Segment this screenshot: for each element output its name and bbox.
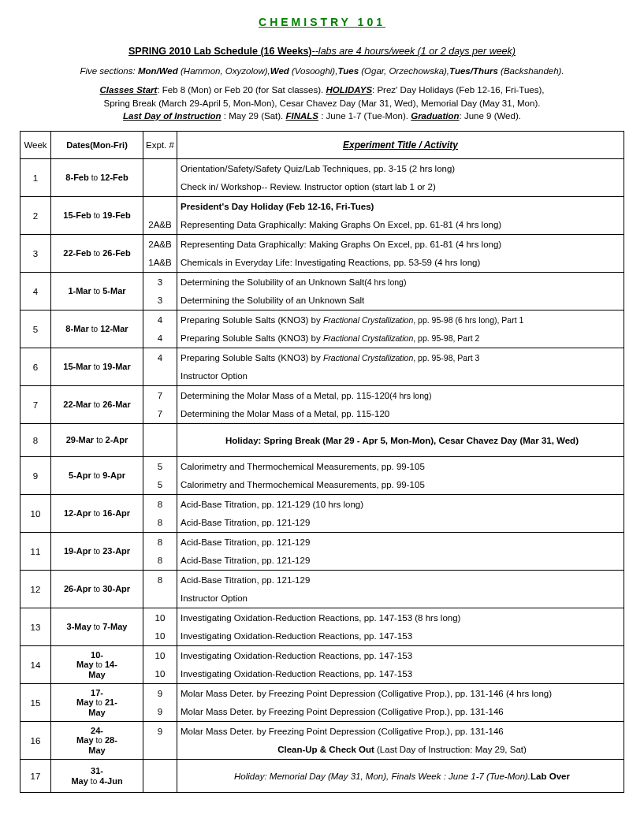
- activity-cell: President's Day Holiday (Feb 12-16, Fri-…: [177, 197, 624, 216]
- finals-text: : June 1-7 (Tue-Mon).: [318, 111, 411, 121]
- activity-text: Instructor Option: [181, 371, 248, 381]
- activity-cell: Check in/ Workshop-- Review. Instructor …: [177, 178, 624, 197]
- expt-cell: 5: [143, 476, 177, 495]
- activity-cell: Clean-Up & Check Out (Last Day of Instru…: [177, 741, 624, 760]
- activity-cell: Acid-Base Titration, pp. 121-129 (10 hrs…: [177, 495, 624, 514]
- activity-cell: Preparing Soluble Salts (KNO3) by Fracti…: [177, 329, 624, 348]
- week-cell: 17: [20, 760, 51, 793]
- holiday-text: Holiday: Spring Break (Mar 29 - Apr 5, M…: [181, 436, 624, 445]
- expt-cell: [143, 178, 177, 197]
- activity-cell: Investigating Oxidation-Reduction Reacti…: [177, 608, 624, 627]
- expt-cell: 1A&B: [143, 254, 177, 273]
- expt-cell: 5: [143, 457, 177, 476]
- activity-text: Investigating Oxidation-Reduction Reacti…: [181, 669, 412, 679]
- activity-text: Acid-Base Titration, pp. 121-129: [181, 537, 310, 547]
- activity-text: Investigating Oxidation-Reduction Reacti…: [181, 613, 460, 623]
- activity-cell: Molar Mass Deter. by Freezing Point Depr…: [177, 722, 624, 741]
- dates-cell: 8-Mar to 12-Mar: [51, 311, 143, 348]
- expt-cell: 7: [143, 405, 177, 424]
- week-cell: 12: [20, 571, 51, 608]
- activity-cell: Preparing Soluble Salts (KNO3) by Fracti…: [177, 311, 624, 329]
- week-cell: 11: [20, 533, 51, 571]
- activity-text: Acid-Base Titration, pp. 121-129: [181, 575, 310, 585]
- table-row: 16 24-May to 28-May9 Molar Mass Deter. b…: [20, 722, 624, 741]
- activity-text: Preparing Soluble Salts (KNO3) by Fracti…: [181, 315, 523, 325]
- activity-text: Determining the Molar Mass of a Metal, p…: [181, 391, 389, 400]
- activity-cell: Instructor Option: [177, 589, 624, 608]
- expt-cell: [143, 159, 177, 178]
- dates-cell: 29-Mar to 2-Apr: [51, 424, 143, 457]
- activity-text: Preparing Soluble Salts (KNO3) by Fracti…: [181, 353, 479, 363]
- expt-cell: 8: [143, 514, 177, 533]
- header-week: Week: [20, 132, 51, 159]
- activity-text: Acid-Base Titration, pp. 121-129 (10 hrs…: [181, 500, 363, 509]
- dates-cell: 15-Mar to 19-Mar: [51, 348, 143, 386]
- dates-cell: 5-Apr to 9-Apr: [51, 457, 143, 495]
- sections-text: Mon/Wed (Hammon, Oxyzolow),Wed (Vosooghi…: [138, 66, 564, 76]
- dates-cell: 17-May to 21-May: [51, 684, 143, 722]
- dates-cell: 10-May to 14-May: [51, 646, 143, 684]
- activity-text: Investigating Oxidation-Reduction Reacti…: [181, 651, 412, 660]
- activity-cell: Holiday: Spring Break (Mar 29 - Apr 5, M…: [177, 424, 624, 457]
- sections-line: Five sections: Mon/Wed (Hammon, Oxyzolow…: [20, 66, 624, 76]
- activity-text: Molar Mass Deter. by Freezing Point Depr…: [181, 689, 552, 698]
- week-cell: 3: [20, 235, 51, 273]
- activity-cell: Calorimetry and Thermochemical Measureme…: [177, 476, 624, 495]
- week-cell: 10: [20, 495, 51, 533]
- subtitle-bold: SPRING 2010 Lab Schedule (16 Weeks): [128, 46, 312, 57]
- schedule-table: Week Dates(Mon-Fri) Expt. # Experiment T…: [20, 131, 624, 793]
- table-row: 12 26-Apr to 30-Apr8 Acid-Base Titration…: [20, 571, 624, 589]
- activity-text: Calorimetry and Thermochemical Measureme…: [181, 480, 425, 489]
- subtitle-italic: --labs are 4 hours/week (1 or 2 days per…: [312, 46, 516, 57]
- expt-cell: 9: [143, 703, 177, 722]
- dates-cell: 1-Mar to 5-Mar: [51, 273, 143, 311]
- activity-cell: Representing Data Graphically: Making Gr…: [177, 216, 624, 235]
- info-block: Classes Start: Feb 8 (Mon) or Feb 20 (fo…: [20, 84, 624, 123]
- expt-cell: 3: [143, 273, 177, 292]
- activity-text: Orientation/Safety/Safety Quiz/Lab Techn…: [181, 164, 455, 173]
- week-cell: 8: [20, 424, 51, 457]
- week-cell: 5: [20, 311, 51, 348]
- activity-cell: Acid-Base Titration, pp. 121-129: [177, 533, 624, 552]
- expt-cell: 10: [143, 608, 177, 627]
- graduation-label: Graduation: [411, 111, 459, 121]
- table-row: 13 3-May to 7-May10 Investigating Oxidat…: [20, 608, 624, 627]
- week-cell: 9: [20, 457, 51, 495]
- expt-cell: [143, 741, 177, 760]
- table-row: 14 10-May to 14-May10 Investigating Oxid…: [20, 646, 624, 665]
- expt-cell: 4: [143, 348, 177, 367]
- dates-cell: 8-Feb to 12-Feb: [51, 159, 143, 197]
- dates-cell: 3-May to 7-May: [51, 608, 143, 646]
- cleanup-text: Clean-Up & Check Out (Last Day of Instru…: [181, 745, 624, 754]
- activity-cell: Instructor Option: [177, 367, 624, 386]
- final-text: Holiday: Memorial Day (May 31, Mon), Fin…: [181, 772, 624, 781]
- sections-label: Five sections:: [80, 66, 135, 76]
- dates-cell: 26-Apr to 30-Apr: [51, 571, 143, 608]
- activity-cell: Determining the Solubility of an Unknown…: [177, 273, 624, 292]
- expt-cell: [143, 424, 177, 457]
- activity-cell: Acid-Base Titration, pp. 121-129: [177, 552, 624, 571]
- activity-text: President's Day Holiday (Feb 12-16, Fri-…: [181, 202, 374, 211]
- activity-text: Determining the Solubility of an Unknown…: [181, 296, 364, 305]
- expt-cell: 10: [143, 646, 177, 665]
- table-row: 17 31-May to 4-Jun Holiday: Memorial Day…: [20, 760, 624, 793]
- classes-start-label: Classes Start: [100, 85, 158, 95]
- header-dates: Dates(Mon-Fri): [51, 132, 143, 159]
- activity-text: Determining the Solubility of an Unknown…: [181, 277, 364, 287]
- page-title: CHEMISTRY 101: [20, 16, 624, 28]
- table-row: 10 12-Apr to 16-Apr8 Acid-Base Titration…: [20, 495, 624, 514]
- activity-cell: Calorimetry and Thermochemical Measureme…: [177, 457, 624, 476]
- activity-text: Representing Data Graphically: Making Gr…: [181, 240, 501, 249]
- activity-text: Acid-Base Titration, pp. 121-129: [181, 556, 310, 565]
- expt-cell: 2A&B: [143, 235, 177, 254]
- expt-cell: [143, 197, 177, 216]
- classes-start-text: : Feb 8 (Mon) or Feb 20 (for Sat classes…: [157, 85, 326, 95]
- expt-cell: 9: [143, 722, 177, 741]
- dates-cell: 12-Apr to 16-Apr: [51, 495, 143, 533]
- week-cell: 16: [20, 722, 51, 760]
- expt-cell: [143, 589, 177, 608]
- activity-text: Investigating Oxidation-Reduction Reacti…: [181, 631, 412, 641]
- activity-cell: Holiday: Memorial Day (May 31, Mon), Fin…: [177, 760, 624, 793]
- activity-text: Check in/ Workshop-- Review. Instructor …: [181, 182, 436, 192]
- expt-cell: 8: [143, 533, 177, 552]
